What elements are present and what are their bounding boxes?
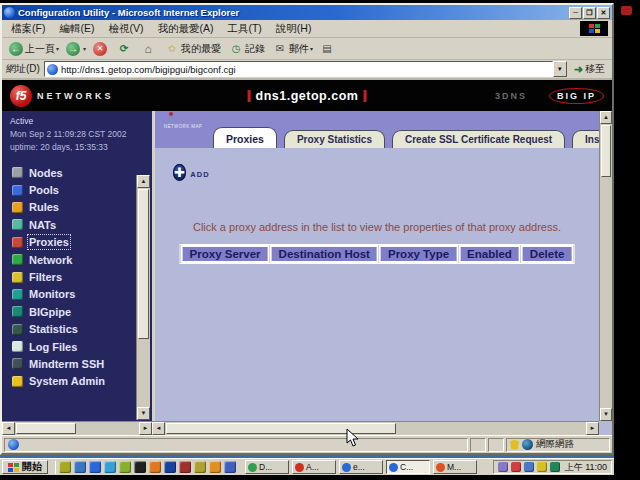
quicklaunch-icon[interactable] — [179, 461, 191, 473]
col-delete[interactable]: Delete — [521, 245, 574, 263]
quicklaunch-icon[interactable] — [164, 461, 176, 473]
sidebar-item-monitors[interactable]: Monitors — [12, 286, 152, 303]
history-button[interactable]: ◷ 記錄 — [226, 39, 269, 59]
menu-item[interactable]: 我的最愛(A) — [150, 21, 220, 37]
scrollbar-thumb[interactable] — [601, 125, 611, 177]
back-button[interactable]: ← 上一頁 ▾ — [6, 39, 62, 59]
home-button[interactable]: ⌂ — [138, 39, 161, 59]
quicklaunch-icon[interactable] — [59, 461, 71, 473]
main-horizontal-scrollbar[interactable]: ◄ ► — [152, 421, 599, 435]
quicklaunch-icon[interactable] — [194, 461, 206, 473]
f5-logo[interactable]: f5 — [10, 85, 32, 107]
stop-button[interactable]: ✕ — [90, 39, 113, 59]
address-dropdown-button[interactable]: ▼ — [553, 61, 567, 77]
link-bigip[interactable]: BIG IP — [549, 88, 604, 104]
scroll-right-icon[interactable]: ► — [139, 422, 152, 435]
sidebar-item-mindterm-ssh[interactable]: Mindterm SSH — [12, 355, 152, 372]
sidebar-item-pools[interactable]: Pools — [12, 181, 152, 198]
sidebar-vertical-scrollbar[interactable]: ▲ ▼ — [136, 175, 150, 420]
taskbar-window-button[interactable]: D... — [245, 460, 289, 474]
sidebar-item-nats[interactable]: NATs — [12, 216, 152, 233]
menu-item[interactable]: 工具(T) — [220, 21, 268, 37]
address-label: 網址(D) — [6, 62, 40, 76]
sidebar-item-label: Log Files — [29, 341, 77, 353]
tray-icon[interactable] — [511, 462, 521, 472]
system-tray: 上午 11:00 — [493, 460, 612, 474]
scroll-up-icon[interactable]: ▲ — [600, 111, 612, 124]
quicklaunch-icon[interactable] — [149, 461, 161, 473]
sidebar-item-label: BIGpipe — [29, 306, 71, 318]
print-button[interactable]: ▤ — [317, 39, 340, 59]
scroll-right-icon[interactable]: ► — [586, 422, 599, 435]
sidebar-item-statistics[interactable]: Statistics — [12, 321, 152, 338]
quicklaunch-icon[interactable] — [74, 461, 86, 473]
sidebar-item-nodes[interactable]: Nodes — [12, 164, 152, 181]
taskbar-window-button[interactable]: M... — [433, 460, 477, 474]
scrollbar-thumb[interactable] — [16, 423, 76, 434]
dropdown-arrow-icon: ▾ — [56, 45, 59, 52]
forward-button[interactable]: → ▾ — [63, 39, 89, 59]
scroll-left-icon[interactable]: ◄ — [2, 422, 15, 435]
tab-install-ssl-cert[interactable]: Install SSL Certif — [572, 130, 599, 148]
f5-header: f5 NETWORKS dns1.getop.com 3DNS BIG IP — [2, 80, 612, 111]
quicklaunch-icon[interactable] — [119, 461, 131, 473]
col-proxy-type[interactable]: Proxy Type — [379, 245, 458, 263]
taskbar-window-button[interactable]: e... — [339, 460, 383, 474]
scroll-up-icon[interactable]: ▲ — [137, 175, 150, 188]
close-button[interactable]: ✕ — [597, 7, 610, 19]
proxy-table-header-row: Proxy ServerDestination HostProxy TypeEn… — [180, 244, 575, 264]
sidebar-item-filters[interactable]: Filters — [12, 268, 152, 285]
quicklaunch-icon[interactable] — [89, 461, 101, 473]
network-map-button[interactable]: NETWORK MAP — [161, 114, 205, 132]
minimize-button[interactable]: ─ — [569, 7, 582, 19]
quicklaunch-icon[interactable] — [209, 461, 221, 473]
scroll-down-icon[interactable]: ▼ — [137, 407, 150, 420]
tray-icon[interactable] — [537, 462, 547, 472]
internet-globe-icon — [522, 439, 533, 450]
tab-create-ssl-cert-request[interactable]: Create SSL Certificate Request — [392, 130, 565, 148]
title-bar[interactable]: Configuration Utility - Microsoft Intern… — [2, 5, 612, 20]
tab-proxy-statistics[interactable]: Proxy Statistics — [284, 130, 385, 148]
refresh-button[interactable]: ⟳ — [114, 39, 137, 59]
scroll-left-icon[interactable]: ◄ — [152, 422, 165, 435]
quicklaunch-icon[interactable] — [134, 461, 146, 473]
menu-item[interactable]: 說明(H) — [269, 21, 319, 37]
tray-icon[interactable] — [550, 462, 560, 472]
col-proxy-server[interactable]: Proxy Server — [181, 245, 270, 263]
sidebar-item-system-admin[interactable]: System Admin — [12, 373, 152, 390]
sidebar-item-proxies[interactable]: Proxies — [12, 234, 152, 251]
quicklaunch-icon[interactable] — [224, 461, 236, 473]
sidebar-item-icon — [12, 167, 23, 178]
maximize-button[interactable]: ❐ — [583, 7, 596, 19]
menu-item[interactable]: 檢視(V) — [101, 21, 150, 37]
favorites-button[interactable]: ✩ 我的最愛 — [162, 39, 225, 59]
sidebar-item-bigpipe[interactable]: BIGpipe — [12, 303, 152, 320]
start-button[interactable]: 開始 — [2, 460, 48, 474]
menu-item[interactable]: 檔案(F) — [4, 21, 52, 37]
scrollbar-thumb[interactable] — [166, 423, 396, 434]
scrollbar-thumb[interactable] — [138, 189, 149, 339]
tray-icon[interactable] — [498, 462, 508, 472]
mail-button[interactable]: ✉ 郵件 ▾ — [270, 39, 316, 59]
sidebar-item-label: Rules — [29, 201, 59, 213]
mouse-cursor — [346, 428, 359, 451]
scroll-down-icon[interactable]: ▼ — [600, 408, 612, 421]
col-destination-host[interactable]: Destination Host — [270, 245, 379, 263]
add-proxy-button[interactable]: ✚ ADD — [173, 161, 210, 185]
sidebar-item-logfiles[interactable]: Log Files — [12, 338, 152, 355]
quicklaunch-icon[interactable] — [104, 461, 116, 473]
link-3dns[interactable]: 3DNS — [495, 91, 527, 101]
go-button[interactable]: ➜ 移至 — [571, 62, 608, 76]
windows-flag-icon — [8, 463, 19, 472]
tray-icon[interactable] — [524, 462, 534, 472]
taskbar-window-button[interactable]: A... — [292, 460, 336, 474]
sidebar-item-rules[interactable]: Rules — [12, 199, 152, 216]
address-input[interactable]: http://dns1.getop.com/bigipgui/bigconf.c… — [44, 61, 553, 77]
main-vertical-scrollbar[interactable]: ▲ ▼ — [599, 111, 612, 421]
col-enabled[interactable]: Enabled — [458, 245, 521, 263]
taskbar-window-button[interactable]: C... — [386, 460, 430, 474]
sidebar-item-network[interactable]: Network — [12, 251, 152, 268]
tab-proxies[interactable]: Proxies — [213, 127, 277, 148]
menu-item[interactable]: 編輯(E) — [52, 21, 101, 37]
sidebar-horizontal-scrollbar[interactable]: ◄ ► — [2, 421, 152, 435]
